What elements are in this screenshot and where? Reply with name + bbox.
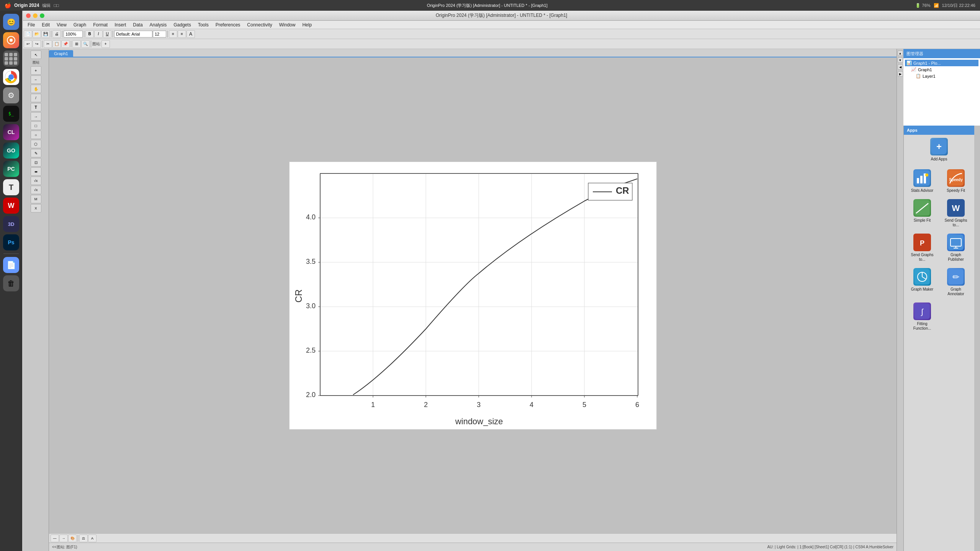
lt-pan[interactable]: ✋ <box>31 85 41 93</box>
lt-text[interactable]: T <box>31 103 41 111</box>
topbar-edit[interactable]: 编辑 <box>42 3 51 8</box>
dock-system-prefs[interactable]: ⚙ <box>3 87 19 103</box>
bt-line[interactable]: — <box>51 535 59 542</box>
app-stats-advisor[interactable]: Stats Advisor <box>907 168 937 195</box>
menu-help[interactable]: Help <box>299 21 315 28</box>
tb2-graph-add[interactable]: + <box>101 40 110 48</box>
menu-tools[interactable]: Tools <box>195 21 212 28</box>
app-graph-maker[interactable]: Graph Maker <box>907 267 937 298</box>
menu-data[interactable]: Data <box>130 21 146 28</box>
bt-scale[interactable]: ⚖ <box>79 535 88 542</box>
zoom-input[interactable] <box>64 31 83 38</box>
menu-analysis[interactable]: Analysis <box>147 21 170 28</box>
tb-align-center[interactable]: ≡ <box>178 30 186 38</box>
bt-arrow[interactable]: → <box>59 535 68 542</box>
tb2-zoom[interactable]: 🔍 <box>81 40 90 48</box>
app-simple-fit[interactable]: Simple Fit <box>907 198 937 229</box>
menu-connectivity[interactable]: Connectivity <box>244 21 275 28</box>
lt-arrow[interactable]: → <box>31 112 41 121</box>
dock-typora[interactable]: T <box>3 179 19 195</box>
dock-trash[interactable]: 🗑 <box>3 275 19 291</box>
dock-clion[interactable]: CL <box>3 124 19 140</box>
tb-print[interactable]: 🖨 <box>52 30 61 38</box>
tb-underline[interactable]: U <box>103 30 111 38</box>
tb-align-left[interactable]: ≡ <box>169 30 177 38</box>
dock-goland[interactable]: GO <box>3 142 19 159</box>
bt-auto[interactable]: A <box>88 535 97 542</box>
app-send-graphs-word[interactable]: W Send Graphs to... <box>941 198 971 229</box>
fontsize-input[interactable] <box>153 31 166 38</box>
tb2-redo[interactable]: ↪ <box>33 40 41 48</box>
menu-edit[interactable]: Edit <box>39 21 53 28</box>
menu-view[interactable]: View <box>54 21 70 28</box>
bt-color[interactable]: 🎨 <box>68 535 77 542</box>
rc-btn-2[interactable]: ▼ <box>898 57 903 63</box>
lt-scale[interactable]: ⬌ <box>31 167 41 176</box>
lt-formula[interactable]: √x <box>31 177 41 185</box>
menu-gadgets[interactable]: Gadgets <box>170 21 194 28</box>
tb-open[interactable]: 📂 <box>33 30 41 38</box>
graph-tab-1[interactable]: Graph1 <box>49 50 73 57</box>
tb-color[interactable]: A <box>187 30 195 38</box>
lt-zoom-in[interactable]: + <box>31 66 41 75</box>
lt-ellipse[interactable]: ○ <box>31 131 41 139</box>
rc-btn-4[interactable]: ▶ <box>898 71 903 77</box>
dock-pycharm[interactable]: PC <box>3 161 19 177</box>
lt-zoom-out[interactable]: − <box>31 75 41 84</box>
font-input[interactable] <box>114 31 152 38</box>
lt-rect[interactable]: □ <box>31 121 41 130</box>
menu-file[interactable]: File <box>25 21 38 28</box>
rc-btn-3[interactable]: ◀ <box>898 64 903 70</box>
dock-launchpad[interactable] <box>3 32 19 48</box>
menu-preferences[interactable]: Preferences <box>213 21 244 28</box>
lt-freehand[interactable]: ✎ <box>31 149 41 157</box>
app-fitting-function[interactable]: ∫ Fitting Function... <box>907 301 937 332</box>
graph-manager-tree[interactable]: 📊 Graph1 - Plo... 📈 Graph1 📋 Layer1 <box>903 58 980 126</box>
tree-item-layer1[interactable]: 📋 Layer1 <box>905 73 978 79</box>
dock-3d[interactable]: 3D <box>3 216 19 232</box>
svg-text:⚙: ⚙ <box>8 91 15 100</box>
tb2-cut[interactable]: ✂ <box>44 40 52 48</box>
menu-window[interactable]: Window <box>276 21 299 28</box>
graph-canvas-wrapper[interactable]: 2.0 2.5 3.0 3.5 4.0 1 2 3 4 5 6 <box>49 57 897 533</box>
tree-item-graph1[interactable]: 📈 Graph1 <box>905 66 978 73</box>
lt-draw-line[interactable]: / <box>31 94 41 102</box>
menu-graph[interactable]: Graph <box>70 21 89 28</box>
menu-format[interactable]: Format <box>90 21 111 28</box>
dock-photoshop[interactable]: Ps <box>3 234 19 250</box>
apple-icon[interactable]: 🍎 <box>5 2 11 8</box>
tb-italic[interactable]: I <box>94 30 103 38</box>
dock-chrome[interactable] <box>3 69 19 85</box>
rc-btn-1[interactable]: ▲ <box>898 51 903 56</box>
dock-documents[interactable]: 📄 <box>3 257 19 273</box>
app-send-graphs-ppt[interactable]: P Send Graphs to... <box>907 232 937 263</box>
app-graph-publisher[interactable]: Graph Publisher <box>941 232 971 263</box>
close-button[interactable] <box>26 13 31 18</box>
menu-insert[interactable]: Insert <box>111 21 129 28</box>
maximize-button[interactable] <box>40 13 44 18</box>
tb-save[interactable]: 💾 <box>41 30 50 38</box>
app-speedy-fit[interactable]: Speedy Speedy Fit <box>941 168 971 195</box>
lt-formula2[interactable]: √x <box>31 186 41 194</box>
tb2-paste[interactable]: 📌 <box>61 40 70 48</box>
dock-terminal[interactable]: $_ <box>3 106 19 122</box>
tb2-undo[interactable]: ↩ <box>24 40 32 48</box>
svg-text:5: 5 <box>582 401 586 409</box>
tb2-copy[interactable]: 📋 <box>52 40 61 48</box>
tb-bold[interactable]: B <box>85 30 94 38</box>
topbar-window[interactable]: □□ <box>54 3 59 8</box>
dock-apps[interactable] <box>3 51 19 67</box>
lt-polygon[interactable]: ⬡ <box>31 140 41 148</box>
lt-graph[interactable]: M <box>31 195 41 203</box>
minimize-button[interactable] <box>33 13 38 18</box>
app-graph-annotator[interactable]: ✏ Graph Annotator <box>941 267 971 298</box>
tb2-rescale[interactable]: ⊞ <box>72 40 81 48</box>
dock-wps[interactable]: W <box>3 198 19 214</box>
tb-new[interactable]: 📄 <box>24 30 32 38</box>
add-apps-button[interactable]: + Add Apps <box>904 135 974 165</box>
dock-finder[interactable]: 😊 <box>3 14 19 30</box>
tree-item-graph1-plot[interactable]: 📊 Graph1 - Plo... <box>905 60 978 66</box>
lt-select[interactable]: ↖ <box>31 51 41 59</box>
lt-extra[interactable]: X <box>31 204 41 213</box>
lt-region[interactable]: ⊡ <box>31 158 41 167</box>
